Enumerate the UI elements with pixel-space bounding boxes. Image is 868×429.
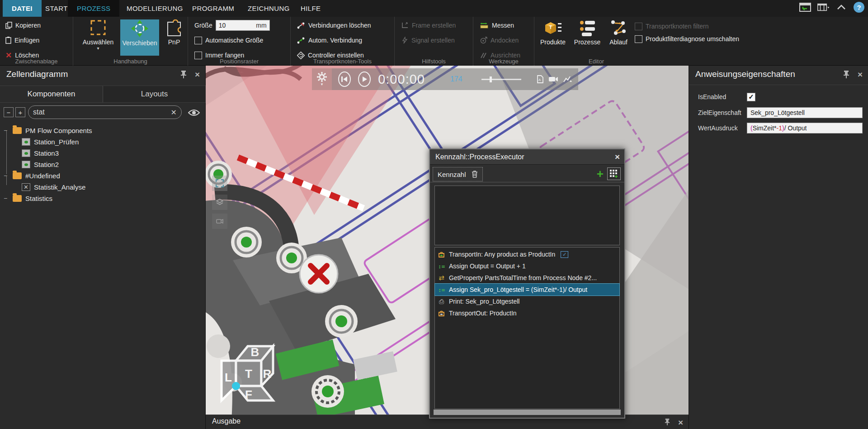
window-title-bar[interactable]: Kennzahl::ProcessExecutor × <box>430 149 624 165</box>
collapse-expander[interactable]: − <box>4 172 9 179</box>
tab-komponenten[interactable]: Komponenten <box>0 86 103 102</box>
collapse-expander[interactable]: − <box>4 195 9 202</box>
product-check-badge: ✓ <box>561 251 568 258</box>
pin-icon[interactable] <box>180 70 187 78</box>
simulation-speed: 174 <box>450 75 462 83</box>
tree-connector <box>6 131 7 174</box>
restore-layout-icon[interactable] <box>799 2 811 12</box>
tab-layouts[interactable]: Layouts <box>103 86 206 102</box>
property-row-isenabled: IsEnabled ✓ <box>689 91 868 103</box>
collapse-ribbon-icon[interactable] <box>835 2 847 12</box>
svg-text:B: B <box>251 345 259 359</box>
move-button[interactable]: Verschieben <box>120 19 159 56</box>
visibility-eye-icon[interactable] <box>188 109 200 117</box>
select-dropdown-caret[interactable]: ▾ <box>97 46 99 51</box>
tree-item-statistik-analyse[interactable]: ✕ Statistik_Analyse <box>22 182 85 192</box>
grid-size-field[interactable]: mm <box>216 20 270 31</box>
expand-all-button[interactable]: + <box>15 107 25 117</box>
select-button[interactable]: Auswählen ▾ <box>79 19 118 56</box>
flow-button[interactable]: Ablauf <box>605 19 632 56</box>
viewport-tool-button-2[interactable] <box>212 214 227 229</box>
copy-button[interactable]: Kopieren <box>5 20 41 30</box>
add-kpi-button[interactable]: + <box>597 168 604 180</box>
ribbon-group-clipboard: Kopieren Einfügen ✕ Löschen Zwischenabla… <box>0 17 73 66</box>
hidden-component-icon: ✕ <box>22 183 30 191</box>
processes-button[interactable]: Prozesse <box>571 19 604 56</box>
products-button[interactable]: T Produkte <box>536 19 570 56</box>
tree-folder-undefined[interactable]: − #Undefined <box>4 171 60 181</box>
layout-switch-icon[interactable] <box>817 2 829 12</box>
speed-slider[interactable] <box>481 79 521 80</box>
target-property-input[interactable]: Sek_pro_Lötgestell <box>747 107 863 118</box>
auto-connection-button[interactable]: Autom. Verbindung <box>297 35 362 45</box>
record-video-icon[interactable] <box>548 76 558 82</box>
close-panel-icon[interactable]: × <box>858 70 863 79</box>
tree-item-station-pruefen[interactable]: Station_Prüfen <box>22 137 79 147</box>
filter-transport-nodes-checkbox <box>635 23 642 30</box>
statement-get-property[interactable]: ⇄ GetProperty PartsTotalTime from Proces… <box>435 272 619 284</box>
fullscreen-button[interactable] <box>212 176 227 191</box>
tab-modellierung[interactable]: MODELLIERUNG <box>118 0 192 17</box>
tab-hilfe[interactable]: HILFE <box>292 0 330 17</box>
ribbon-group-editor: T Produkte Prozesse Ablauf Transportknot… <box>534 17 684 66</box>
tree-item-station2[interactable]: Station2 <box>22 159 59 169</box>
grid-view-button[interactable] <box>607 167 621 180</box>
collapse-all-button[interactable]: − <box>4 107 14 117</box>
tree-folder-pm-flow[interactable]: − PM Flow Components <box>4 125 92 135</box>
pdf-export-icon[interactable]: A <box>537 75 544 83</box>
statement-assign-output[interactable]: := Assign Output = Output + 1 <box>435 260 619 272</box>
tree-item-station3[interactable]: Station3 <box>22 148 59 158</box>
pin-icon[interactable] <box>665 418 670 425</box>
play-button[interactable] <box>358 72 371 87</box>
svg-text:L: L <box>225 371 232 384</box>
settings-gear-button[interactable]: ▾ <box>312 68 332 90</box>
process-executor-window[interactable]: Kennzahl::ProcessExecutor × Kennzahl + <box>429 148 625 419</box>
tab-datei[interactable]: DATEI <box>3 0 42 17</box>
delete-connections-button[interactable]: Verbindungen löschen <box>297 20 371 30</box>
tab-programm[interactable]: PROGRAMM <box>183 0 243 17</box>
delete-connections-icon <box>297 22 305 29</box>
tab-kennzahl[interactable]: Kennzahl <box>433 167 483 181</box>
measure-icon <box>480 22 489 29</box>
collapse-expander[interactable]: − <box>4 127 9 134</box>
tree-folder-statistics[interactable]: − Statistics <box>4 193 52 203</box>
paste-icon <box>5 37 11 44</box>
statistics-icon[interactable] <box>563 76 572 83</box>
statement-assign-sek-pro-loetgestell[interactable]: := Assign Sek_pro_Lötgestell = (SimZeit*… <box>435 284 619 296</box>
statement-print[interactable]: ⎙ Print: Sek_pro_Lötgestell <box>435 296 619 307</box>
clear-search-icon[interactable]: ✕ <box>171 108 177 117</box>
tab-prozess[interactable]: PROZESS <box>68 0 119 17</box>
gear-dropdown-caret[interactable]: ▾ <box>321 82 323 86</box>
close-panel-icon[interactable]: × <box>195 70 200 79</box>
tab-zeichnung[interactable]: ZEICHNUNG <box>239 0 299 17</box>
statement-transport-out[interactable]: TransportOut: ProductIn <box>435 307 619 319</box>
auto-size-checkbox[interactable] <box>194 37 202 44</box>
kpi-list-empty[interactable] <box>434 186 620 245</box>
viewport-3d[interactable]: Stat charg <box>206 66 689 429</box>
close-window-icon[interactable]: × <box>615 153 620 161</box>
window-resize-grip[interactable] <box>434 410 621 415</box>
value-expression-input[interactable]: (SimZeit*-1)/ Output <box>747 123 863 133</box>
gear-icon <box>317 72 327 82</box>
auto-size-checkbox-row[interactable]: Automatische Größe <box>194 35 263 45</box>
isenabled-checkbox[interactable]: ✓ <box>747 93 755 101</box>
trash-icon[interactable] <box>472 171 478 178</box>
close-panel-icon[interactable]: × <box>678 418 683 427</box>
help-button[interactable]: ? <box>854 2 864 13</box>
viewport-tool-button[interactable] <box>212 195 227 210</box>
product-filter-checkbox-row[interactable]: Produktfilterdiagnose umschalten <box>635 34 739 44</box>
grid-add-icon <box>609 169 618 178</box>
component-search[interactable]: ✕ <box>28 105 182 119</box>
search-input[interactable] <box>33 108 171 116</box>
pnp-button[interactable]: PnP <box>162 19 186 56</box>
measure-button[interactable]: Messen <box>480 20 514 30</box>
grid-size-input[interactable] <box>219 22 250 29</box>
statement-transport-in[interactable]: TransportIn: Any product as ProductIn ✓ <box>435 248 619 260</box>
restart-button[interactable] <box>338 72 351 87</box>
ribbon-group-transport-tools: Verbindungen löschen Autom. Verbindung C… <box>291 17 395 66</box>
layers-icon <box>216 199 223 206</box>
paste-button[interactable]: Einfügen <box>5 35 39 45</box>
product-filter-checkbox[interactable] <box>635 35 642 43</box>
pin-icon[interactable] <box>843 70 849 78</box>
instruction-properties-panel: Anweisungseigenschaften × IsEnabled ✓ Zi… <box>689 66 868 429</box>
